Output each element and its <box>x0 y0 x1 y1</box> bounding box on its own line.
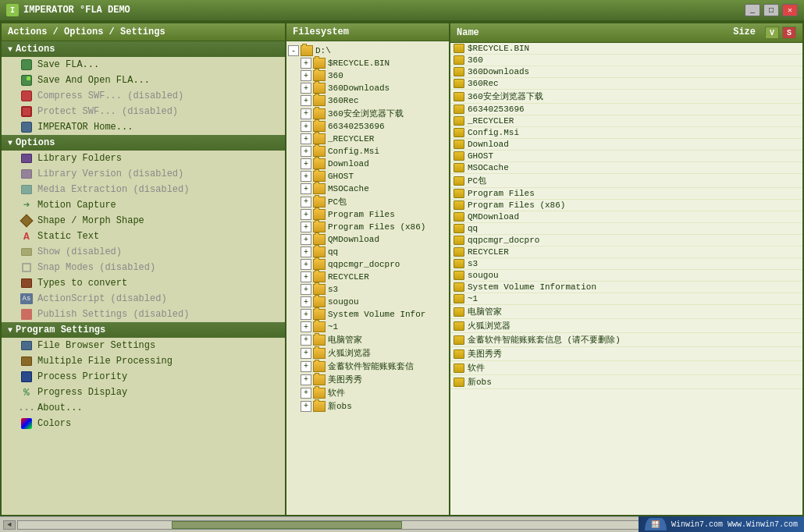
expand-btn[interactable]: + <box>301 401 311 412</box>
expand-btn[interactable]: + <box>301 197 311 207</box>
tree-item[interactable]: + GHOST <box>301 170 449 183</box>
expand-btn[interactable]: + <box>301 83 311 94</box>
list-item[interactable]: 66340253696 <box>450 104 802 115</box>
tree-item[interactable]: + System Volume Infor <box>301 308 449 321</box>
tree-item[interactable]: + Program Files <box>301 208 449 221</box>
expand-btn[interactable]: + <box>301 158 311 169</box>
menu-item-colors[interactable]: Colors <box>2 416 285 431</box>
list-item[interactable]: qqpcmgr_docpro <box>450 235 802 246</box>
scroll-left-btn[interactable]: ◄ <box>3 520 16 530</box>
view-toggle-btn[interactable]: V <box>765 27 779 39</box>
list-item[interactable]: 360Rec <box>450 78 802 90</box>
expand-btn[interactable]: + <box>301 171 311 182</box>
list-item[interactable]: qq <box>450 223 802 235</box>
list-item[interactable]: 美图秀秀 <box>450 347 802 361</box>
close-button[interactable]: ✕ <box>782 4 798 16</box>
list-item[interactable]: 新obs <box>450 375 802 389</box>
expand-btn[interactable]: + <box>301 309 311 320</box>
tree-item[interactable]: + 360Downloads <box>301 82 449 94</box>
tree-item[interactable]: + Download <box>301 158 449 170</box>
list-item[interactable]: GHOST <box>450 151 802 162</box>
list-item[interactable]: RECYCLER <box>450 246 802 258</box>
menu-item-progress-display[interactable]: % Progress Display <box>2 385 285 400</box>
tree-item[interactable]: + 新obs <box>301 399 449 413</box>
list-item[interactable]: s3 <box>450 258 802 270</box>
tree-item[interactable]: + PC包 <box>301 195 449 208</box>
expand-btn[interactable]: + <box>301 95 311 106</box>
expand-btn[interactable]: + <box>301 271 311 282</box>
expand-btn[interactable]: + <box>301 183 311 194</box>
expand-btn[interactable]: + <box>301 296 311 307</box>
menu-item-imperator-home[interactable]: IMPERATOR Home... <box>2 119 285 135</box>
tree-item[interactable]: + Program Files (x86) <box>301 221 449 233</box>
tree-root-drive[interactable]: - D:\ <box>286 44 449 57</box>
tree-item[interactable]: + MSOCache <box>301 183 449 195</box>
expand-btn[interactable]: + <box>301 388 311 399</box>
expand-root[interactable]: - <box>288 45 299 56</box>
section-program-settings[interactable]: ▼ Program Settings <box>2 322 285 338</box>
expand-btn[interactable]: + <box>301 348 311 359</box>
list-item[interactable]: _RECYCLER <box>450 115 802 127</box>
list-item[interactable]: 软件 <box>450 361 802 375</box>
menu-item-multi-file[interactable]: Multiple File Processing <box>2 353 285 369</box>
tree-item[interactable]: + s3 <box>301 283 449 296</box>
tree-item[interactable]: + ~1 <box>301 321 449 333</box>
list-item[interactable]: 电脑管家 <box>450 305 802 319</box>
sort-btn[interactable]: S <box>782 27 796 39</box>
minimize-button[interactable]: _ <box>745 4 760 16</box>
list-item[interactable]: QMDownload <box>450 211 802 223</box>
list-item[interactable]: Program Files (x86) <box>450 200 802 211</box>
menu-item-shape-morph[interactable]: Shape / Morph Shape <box>2 213 285 229</box>
expand-btn[interactable]: + <box>301 133 311 144</box>
list-item[interactable]: PC包 <box>450 174 802 188</box>
expand-btn[interactable]: + <box>301 222 311 232</box>
list-item[interactable]: 360安全浏览器下载 <box>450 90 802 104</box>
menu-item-file-browser[interactable]: File Browser Settings <box>2 338 285 353</box>
expand-btn[interactable]: + <box>301 121 311 132</box>
list-item[interactable]: 360 <box>450 55 802 66</box>
list-item[interactable]: 360Downloads <box>450 66 802 78</box>
maximize-button[interactable]: □ <box>763 4 779 16</box>
tree-item[interactable]: + 软件 <box>301 386 449 399</box>
menu-item-library-folders[interactable]: Library Folders <box>2 151 285 166</box>
list-item[interactable]: Config.Msi <box>450 127 802 139</box>
menu-item-process-priority[interactable]: Process Priority <box>2 369 285 385</box>
menu-item-static-text[interactable]: A Static Text <box>2 229 285 244</box>
expand-btn[interactable]: + <box>301 234 311 245</box>
section-actions[interactable]: ▼ Actions <box>2 41 285 57</box>
list-item[interactable]: Download <box>450 139 802 151</box>
tree-item[interactable]: + _RECYCLER <box>301 133 449 145</box>
menu-item-about[interactable]: ... About... <box>2 400 285 416</box>
tree-item[interactable]: + RECYCLER <box>301 271 449 283</box>
tree-item[interactable]: + QMDownload <box>301 233 449 246</box>
expand-btn[interactable]: + <box>301 374 311 385</box>
list-item[interactable]: $RECYCLE.BIN <box>450 43 802 55</box>
menu-item-motion-capture[interactable]: ➜ Motion Capture <box>2 197 285 213</box>
expand-btn[interactable]: + <box>301 246 311 257</box>
expand-btn[interactable]: + <box>301 335 311 346</box>
menu-item-save-fla[interactable]: Save FLA... <box>2 57 285 73</box>
expand-btn[interactable]: + <box>301 146 311 157</box>
tree-item[interactable]: + 金蓄软件智能账账套信 <box>301 360 449 373</box>
expand-btn[interactable]: + <box>301 209 311 220</box>
list-item[interactable]: ~1 <box>450 293 802 305</box>
tree-item[interactable]: + 360安全浏览器下载 <box>301 107 449 120</box>
expand-btn[interactable]: + <box>301 321 311 332</box>
list-item[interactable]: MSOCache <box>450 162 802 174</box>
list-item[interactable]: Program Files <box>450 188 802 200</box>
menu-item-save-open-fla[interactable]: Save And Open FLA... <box>2 73 285 88</box>
list-item[interactable]: 火狐浏览器 <box>450 319 802 333</box>
tree-item[interactable]: + qqpcmgr_docpro <box>301 258 449 271</box>
list-item[interactable]: 金蓄软件智能账账套信息 (请不要删除) <box>450 333 802 347</box>
tree-item[interactable]: + 电脑管家 <box>301 333 449 346</box>
tree-item[interactable]: + 火狐浏览器 <box>301 346 449 360</box>
expand-btn[interactable]: + <box>301 361 311 372</box>
tree-item[interactable]: + Config.Msi <box>301 145 449 158</box>
list-item[interactable]: sougou <box>450 270 802 282</box>
expand-btn[interactable]: + <box>301 58 311 69</box>
expand-btn[interactable]: + <box>301 259 311 270</box>
expand-btn[interactable]: + <box>301 108 311 119</box>
section-options[interactable]: ▼ Options <box>2 135 285 151</box>
expand-btn[interactable]: + <box>301 284 311 295</box>
expand-btn[interactable]: + <box>301 70 311 81</box>
